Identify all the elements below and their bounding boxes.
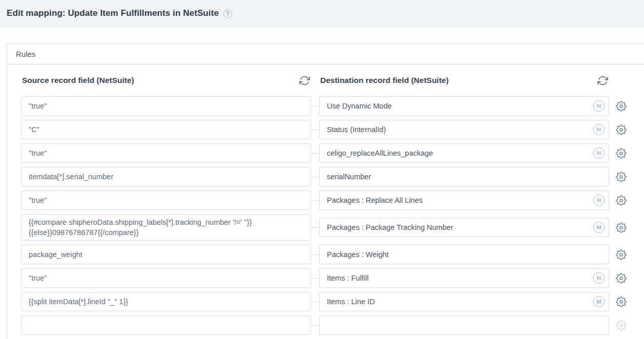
settings-gear-button[interactable] bbox=[616, 124, 627, 135]
gear-icon bbox=[616, 273, 627, 284]
rules-title: Rules bbox=[16, 50, 35, 58]
connector-line bbox=[311, 106, 319, 107]
source-field-input[interactable]: "true" bbox=[21, 190, 311, 210]
destination-field-input[interactable]: Items : Line ID M bbox=[319, 292, 609, 311]
mapping-row: {{#compare shipheroData.shipping_labels[… bbox=[21, 214, 644, 241]
mapping-type-badge: M bbox=[593, 296, 605, 307]
destination-field-input[interactable] bbox=[319, 315, 609, 335]
refresh-source-button[interactable] bbox=[299, 75, 310, 86]
page-title: Edit mapping: Update Item Fulfillments i… bbox=[7, 8, 219, 18]
gear-icon bbox=[616, 148, 627, 159]
connector-line bbox=[311, 302, 319, 302]
settings-gear-button[interactable] bbox=[616, 249, 627, 260]
destination-field-input[interactable]: Packages : Weight bbox=[319, 245, 609, 264]
destination-column-header-label: Destination record field (NetSuite) bbox=[320, 76, 449, 85]
destination-field-input[interactable]: Status (InternalId) H bbox=[319, 120, 609, 139]
connector-line bbox=[311, 325, 319, 326]
source-field-input[interactable]: "true" bbox=[21, 268, 311, 288]
settings-gear-button[interactable] bbox=[616, 172, 627, 182]
settings-gear-button bbox=[616, 320, 627, 331]
destination-field-input[interactable]: Use Dynamic Mode H bbox=[319, 96, 609, 116]
source-column-header-label: Source record field (NetSuite) bbox=[22, 76, 134, 85]
destination-field-input[interactable]: Packages : Replace All Lines H bbox=[319, 190, 609, 210]
settings-gear-button[interactable] bbox=[616, 222, 627, 233]
settings-gear-button[interactable] bbox=[616, 101, 627, 112]
destination-field-label: Items : Fulfill bbox=[327, 274, 593, 282]
destination-column-header: Destination record field (NetSuite) bbox=[319, 75, 609, 86]
connector-line bbox=[311, 255, 319, 255]
refresh-destination-button[interactable] bbox=[597, 75, 608, 86]
mapping-type-badge: H bbox=[593, 124, 605, 135]
gear-icon bbox=[616, 249, 627, 260]
source-column-header: Source record field (NetSuite) bbox=[21, 75, 311, 86]
gear-icon bbox=[616, 101, 627, 112]
refresh-icon bbox=[299, 75, 310, 86]
source-field-input[interactable]: {{split itemData[*].lineId "_" 1}} bbox=[21, 292, 311, 311]
settings-gear-button[interactable] bbox=[616, 195, 627, 206]
gear-icon bbox=[616, 296, 627, 307]
settings-gear-button[interactable] bbox=[616, 273, 627, 284]
source-field-input[interactable]: "C" bbox=[21, 120, 311, 139]
mapping-type-badge: H bbox=[593, 147, 605, 159]
connector-line bbox=[311, 278, 319, 279]
destination-field-label: Packages : Replace All Lines bbox=[327, 196, 593, 204]
mapping-row: "true" Packages : Replace All Lines H bbox=[21, 190, 644, 210]
destination-field-input[interactable]: serialNumber bbox=[319, 167, 609, 186]
refresh-icon bbox=[597, 75, 608, 86]
mapping-row: package_weight Packages : Weight bbox=[21, 245, 644, 264]
destination-field-input[interactable]: Packages : Package Tracking Number M bbox=[319, 218, 609, 237]
gear-icon bbox=[616, 320, 627, 331]
destination-field-label: celigo_replaceAllLines_package bbox=[327, 149, 593, 157]
gear-icon bbox=[616, 195, 627, 206]
mapping-row: "true" Use Dynamic Mode H bbox=[21, 96, 644, 116]
source-field-input[interactable]: itemdata[*].serial_number bbox=[21, 167, 311, 186]
destination-field-input[interactable]: celigo_replaceAllLines_package H bbox=[319, 143, 609, 163]
page-header: Edit mapping: Update Item Fulfillments i… bbox=[0, 0, 644, 27]
connector-line bbox=[311, 200, 319, 201]
mapping-row: itemdata[*].serial_number serialNumber bbox=[21, 167, 644, 186]
rules-panel: Rules Source record field (NetSuite) Des… bbox=[7, 44, 644, 339]
mapping-type-badge: M bbox=[593, 222, 605, 233]
mapping-row: {{split itemData[*].lineId "_" 1}} Items… bbox=[21, 292, 644, 311]
destination-field-label: Status (InternalId) bbox=[327, 125, 593, 134]
source-field-input[interactable]: package_weight bbox=[21, 245, 311, 264]
connector-line bbox=[311, 130, 319, 130]
destination-field-label: serialNumber bbox=[327, 173, 605, 181]
gear-icon bbox=[616, 124, 627, 135]
source-field-input[interactable]: {{#compare shipheroData.shipping_labels[… bbox=[21, 214, 311, 241]
rules-titlebar: Rules bbox=[7, 44, 644, 65]
mapping-row bbox=[21, 315, 644, 335]
connector-line bbox=[311, 153, 319, 154]
mapping-area: Source record field (NetSuite) Destinati… bbox=[7, 65, 644, 335]
destination-field-input[interactable]: Items : Fulfill H bbox=[319, 268, 609, 288]
destination-field-label: Packages : Package Tracking Number bbox=[327, 223, 593, 231]
mapping-type-badge: H bbox=[593, 100, 605, 112]
mapping-type-badge: H bbox=[593, 195, 605, 206]
connector-line bbox=[311, 227, 319, 228]
settings-gear-button[interactable] bbox=[616, 148, 627, 159]
mapping-type-badge: H bbox=[593, 272, 605, 284]
mapping-row: "true" celigo_replaceAllLines_package H bbox=[21, 143, 644, 163]
gear-icon bbox=[616, 222, 627, 233]
source-field-input[interactable]: "true" bbox=[21, 96, 311, 116]
mapping-rows: "true" Use Dynamic Mode H "C" Status (In… bbox=[21, 96, 644, 335]
source-field-input[interactable] bbox=[21, 315, 311, 335]
destination-field-label: Packages : Weight bbox=[327, 250, 605, 259]
destination-field-label: Items : Line ID bbox=[327, 298, 593, 306]
help-icon[interactable]: ? bbox=[223, 9, 232, 18]
column-headers-row: Source record field (NetSuite) Destinati… bbox=[21, 65, 644, 96]
mapping-row: "true" Items : Fulfill H bbox=[21, 268, 644, 288]
settings-gear-button[interactable] bbox=[616, 296, 627, 307]
destination-field-label: Use Dynamic Mode bbox=[327, 102, 593, 110]
connector-line bbox=[311, 177, 319, 177]
gear-icon bbox=[616, 172, 627, 182]
source-field-input[interactable]: "true" bbox=[21, 143, 311, 163]
mapping-row: "C" Status (InternalId) H bbox=[21, 120, 644, 139]
